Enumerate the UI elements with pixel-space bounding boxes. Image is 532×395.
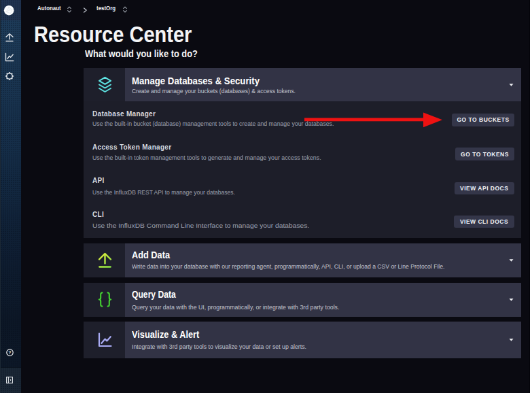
svg-text:?: ? xyxy=(8,350,11,355)
